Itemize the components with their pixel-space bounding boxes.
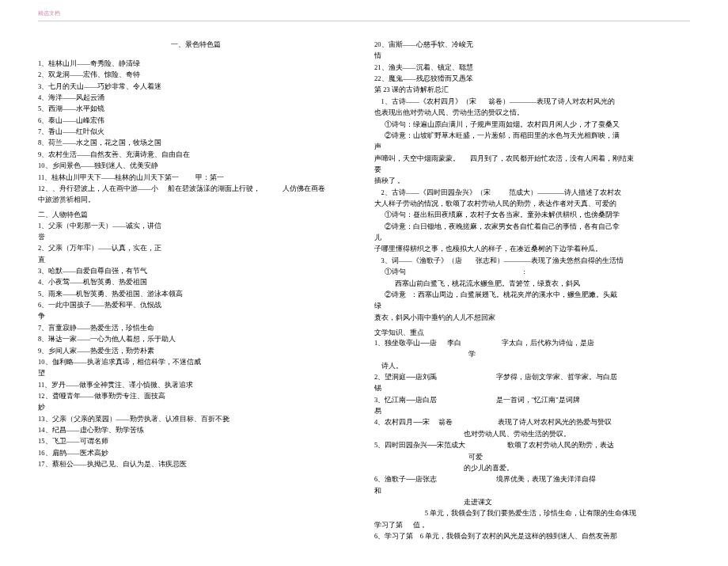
text-line: 5 单元，我领会到了我们要热爱生活，珍惜生命，让有限的生命体现 (374, 508, 690, 519)
text-line: 16、扁鹊——医术高妙 (38, 448, 354, 458)
text-line: 17、蔡桓公——执拗己见、自认为是、讳疾忌医 (38, 459, 354, 469)
text-line: 可爱 (374, 452, 690, 462)
text-line: 5、四时田园杂兴──宋范成大 歌颂了农村劳动人民的勤劳，表达 (374, 440, 690, 450)
text-line: 走进课文 (374, 497, 690, 507)
text-line: 15、飞卫——可谓名师 (38, 436, 354, 446)
text-line: 儿 (374, 233, 690, 243)
text-line: 13、父亲（父亲的菜园）——勤劳执著、认准目标、百折不挠 (38, 414, 354, 424)
text-line: 易 (374, 406, 690, 416)
text-line: 3、忆江南──唐白居 是一首词，"忆江南"是词牌 (374, 395, 690, 405)
right-column: 20、宙斯——心慈手软、冷峻无情21、渔夫——沉着、镇定、聪慧22、魔鬼——残忍… (374, 40, 690, 540)
text-line: 2、望洞庭──唐刘禹 字梦得，唐朝文学家、哲学家。与白居 (374, 372, 690, 382)
watermark-text: 精选文档 (38, 9, 60, 17)
text-line: 2、父亲（万年牢）——认真，实在，正 (38, 243, 354, 253)
text-line: ②诗意：白日锄地，夜晚搓麻，农家男女各自忙着自己的事情，各有自己拿 (374, 222, 690, 232)
text-line: 5、西湖——水平如镜 (38, 104, 354, 114)
text-line: 12、、舟行碧波上，人在画中游——小 船在碧波荡漾的湖面上行驶， 人仿佛在画卷 (38, 184, 354, 194)
text-line: 11、桂林山川甲天下——桂林的山川天下第一 甲：第一 (38, 173, 354, 183)
document-page: 精选文档 一、景色特色篇 1、桂林山川——奇秀险、静清绿2、双龙洞——宏伟、惊险… (0, 0, 728, 566)
text-line: 1、桂林山川——奇秀险、静清绿 (38, 59, 354, 69)
text-line: 绿 (374, 301, 690, 311)
text-line: 8、琳达一家——一心为他人着想，乐于助人 (38, 334, 354, 344)
section-title-people: 二、人物特色篇 (38, 210, 354, 220)
text-line: 誉 (38, 232, 354, 242)
text-line: 4、农村四月──宋 翁卷 表现了诗人对农村风光的热爱与赞叹 (374, 417, 690, 427)
text-line: 3、七月的天山——巧妙非常、令人着迷 (38, 82, 354, 92)
text-line: 6、学习了第 6 单元，我领会到了农村的风光是这样的独到迷人、自然友善那 (374, 531, 690, 541)
text-line: 6、一此中国孩子——热爱和平、仇恨战 (38, 300, 354, 310)
text-line: 学 (374, 349, 690, 359)
section-title-scenery: 一、景色特色篇 (38, 40, 354, 51)
text-line: 要 (374, 165, 690, 175)
text-line: 望 (38, 368, 354, 378)
text-line: 9、农村生活——自然友善、充满诗意、自由自在 (38, 150, 354, 160)
text-line: 10、乡间景色——独到迷人、优美安静 (38, 161, 354, 171)
text-line: 1、独坐敬亭山──唐 李白 字太白，后代称为诗仙，是唐 (374, 338, 690, 348)
text-line: 1、父亲（中彩那一天）——诚实，讲信 (38, 221, 354, 231)
text-line: 争 (38, 311, 354, 321)
text-line: 妙 (38, 402, 354, 412)
text-line: ①诗句：绿遍山原白满川，子规声里雨如烟。农村四月闲人少，才了蚕桑又 (374, 120, 690, 130)
text-line: 21、渔夫——沉着、镇定、聪慧 (374, 63, 690, 73)
text-line: 情 (374, 51, 690, 61)
text-line: 学习了第 值 。 (374, 520, 690, 530)
text-line: 和 (374, 486, 690, 496)
text-line: 8、荷兰——水之国，花之国，牧场之国 (38, 138, 354, 148)
text-line: 1、古诗——《农村四月》（宋 翁卷）————表现了诗人对农村风光的 (374, 97, 690, 107)
text-line: 的少儿的喜爱。 (374, 463, 690, 473)
text-line: 3、哈默——自爱自尊自强，有节气 (38, 266, 354, 276)
text-line: 10、伽利略——执著追求真谛，相信科学，不迷信威 (38, 357, 354, 367)
text-line: 大人样子劳动的情况，歌颂了农村劳动人民的勤劳，表达作者对天真、可爱的 (374, 199, 690, 209)
text-line: 9、乡间人家——热爱生活，勤劳朴素 (38, 346, 354, 356)
text-line: ①诗句：昼出耘田夜绩麻，农村子女各当家。童孙未解供耕织，也傍桑阴学 (374, 210, 690, 220)
text-line: 中旅游赏祈相同。 (38, 195, 354, 205)
left-list-1: 1、桂林山川——奇秀险、静清绿2、双龙洞——宏伟、惊险、奇特3、七月的天山——巧… (38, 59, 354, 205)
text-line: 4、小夜莺——机智英勇、热爱祖国 (38, 277, 354, 287)
text-line: 第 23 课的古诗解析总汇 (374, 85, 690, 95)
text-line: 11、罗丹——做事全神贯注、谨小慎微、执著追求 (38, 380, 354, 390)
content-columns: 一、景色特色篇 1、桂林山川——奇秀险、静清绿2、双龙洞——宏伟、惊险、奇特3、… (38, 17, 690, 540)
text-line: 蓑衣，斜风小雨中垂钓的人儿不想回家 (374, 313, 690, 323)
text-line: ②诗意：山坡旷野草木旺盛，一片葱郁，而稻田里的水色与天光相辉映，满 (374, 131, 690, 141)
text-line: 插秧了 。 (374, 176, 690, 186)
header-rule (38, 21, 690, 21)
text-line: 子哪里懂得耕织之事，也模拟大人的样子，在凑近桑树的下边学着种瓜。 (374, 244, 690, 254)
text-line: 锡 (374, 383, 690, 393)
text-line: 诗人。 (374, 361, 690, 371)
text-line: ②诗意 ：西塞山周边，白鹭展翅飞。桃花夹岸的溪水中，鳜鱼肥嫩。头戴 (374, 290, 690, 300)
text-line: 3、词——《渔歌子》（唐 张志和）————表现了渔夫悠然自得的生活情 (374, 256, 690, 266)
text-line: 14、纪昌——虚心勤学、勤学苦练 (38, 425, 354, 435)
left-column: 一、景色特色篇 1、桂林山川——奇秀险、静清绿2、双龙洞——宏伟、惊险、奇特3、… (38, 40, 354, 540)
text-line: 也对劳动人民、劳动生活的赞叹。 (374, 429, 690, 439)
text-line: 6、渔歌子──唐张志 境界优美，表现了渔夫洋洋自得 (374, 474, 690, 484)
text-line: 声 (374, 142, 690, 152)
text-line: 20、宙斯——心慈手软、冷峻无 (374, 40, 690, 50)
text-line: 西塞山前白鹭飞，桃花流水鳜鱼肥。青箬笠，绿蓑衣，斜风 (374, 279, 690, 289)
text-line: 也表现出他对劳动人民、劳动生活的赞叹之情。 (374, 108, 690, 118)
text-line: 7、香山——红叶似火 (38, 127, 354, 137)
text-line: 直 (38, 255, 354, 265)
text-line: 2、双龙洞——宏伟、惊险、奇特 (38, 70, 354, 80)
text-line: ①诗句 : (374, 267, 690, 277)
text-line: 7、盲童寂静——热爱生活，珍惜生命 (38, 323, 354, 333)
text-line: 4、海洋——风起云涌 (38, 93, 354, 103)
text-line: 22、魔鬼——残忍狡猾而又愚笨 (374, 74, 690, 84)
text-line: 6、泰山——山峰宏伟 (38, 116, 354, 126)
right-list-2: 1、独坐敬亭山──唐 李白 字太白，后代称为诗仙，是唐 学 诗人。2、望洞庭──… (374, 338, 690, 541)
text-line: 2、古诗——《四时田园杂兴》（宋 范成大）————诗人描述了农村农 (374, 188, 690, 198)
left-list-2: 1、父亲（中彩那一天）——诚实，讲信誉2、父亲（万年牢）——认真，实在，正直3、… (38, 221, 354, 470)
text-line: 声啼叫，天空中烟雨蒙蒙。 四月到了，农民都开始忙农活，没有人闲着，刚结束 (374, 154, 690, 164)
text-line: 5、雨来——机智英勇、热爱祖国、游泳本领高 (38, 289, 354, 299)
right-list-1: 20、宙斯——心慈手软、冷峻无情21、渔夫——沉着、镇定、聪慧22、魔鬼——残忍… (374, 40, 690, 323)
text-line: 12、聋哑青年——做事勤劳专注、面技高 (38, 391, 354, 401)
section-title-literature: 文学知识、重点 (374, 328, 690, 338)
